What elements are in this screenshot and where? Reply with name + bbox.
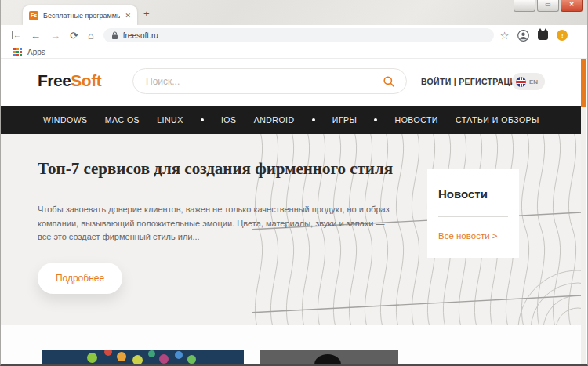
article-thumbnail-dark[interactable] xyxy=(260,350,398,364)
home-icon[interactable]: ⌂ xyxy=(88,31,94,41)
browser-window: Fs Бесплатные программы на Fre ✕ + — ▭ ✕… xyxy=(0,0,588,366)
close-icon: ✕ xyxy=(569,2,575,8)
minimize-icon: — xyxy=(521,2,528,8)
news-divider xyxy=(438,216,508,217)
bookmarks-bar: Apps xyxy=(1,45,587,59)
back-icon[interactable]: ← xyxy=(31,31,41,41)
new-tab-button[interactable]: + xyxy=(143,8,150,20)
news-widget-title: Новости xyxy=(438,187,508,201)
goto-start-icon[interactable]: ← xyxy=(12,31,21,39)
browser-toolbar: ← ← → ⟳ ⌂ freesoft.ru ☆ ! xyxy=(1,25,587,45)
search-box xyxy=(132,68,407,94)
tab-close-icon[interactable]: ✕ xyxy=(125,12,131,20)
article-excerpt: Чтобы завоевать доверие клиентов, важен … xyxy=(38,203,398,245)
search-input[interactable] xyxy=(144,75,383,88)
nav-item-articles[interactable]: СТАТЬИ И ОБЗОРЫ xyxy=(456,115,539,125)
article-thumbnail-map[interactable] xyxy=(42,350,244,364)
apps-grid-icon[interactable] xyxy=(13,48,22,56)
articles-row xyxy=(1,325,582,364)
auth-links: ВОЙТИ | РЕГИСТРАЦИЯ xyxy=(421,77,522,86)
page-scrollbar[interactable] xyxy=(581,59,586,364)
search-icon[interactable] xyxy=(383,75,395,88)
language-label: EN xyxy=(529,78,538,85)
nav-item-windows[interactable]: WINDOWS xyxy=(43,115,88,125)
scrollbar-thumb[interactable] xyxy=(581,59,586,107)
nav-separator-dot xyxy=(374,118,377,121)
all-news-link[interactable]: Все новости > xyxy=(438,231,508,241)
nav-item-android[interactable]: ANDROID xyxy=(254,115,295,125)
maximize-icon: ▭ xyxy=(545,2,551,8)
language-switcher[interactable]: EN xyxy=(512,73,545,90)
title-bar: Fs Бесплатные программы на Fre ✕ + — ▭ ✕ xyxy=(1,0,587,25)
minimize-button[interactable]: — xyxy=(514,0,535,12)
tab-title: Бесплатные программы на Fre xyxy=(43,12,120,20)
auth-divider: | xyxy=(454,77,456,86)
logo-soft: Soft xyxy=(71,71,101,89)
logo-free: Free xyxy=(38,71,71,89)
read-more-button[interactable]: Подробнее xyxy=(38,263,122,294)
close-button[interactable]: ✕ xyxy=(561,0,583,12)
nav-item-macos[interactable]: MAC OS xyxy=(105,115,140,125)
url-text: freesoft.ru xyxy=(123,31,158,40)
address-bar[interactable]: freesoft.ru xyxy=(103,28,494,42)
main-navigation: WINDOWS MAC OS LINUX IOS ANDROID ИГРЫ НО… xyxy=(1,106,582,134)
hero-section: Топ-7 сервисов для создания фирменного с… xyxy=(1,134,582,325)
bookmark-star-icon[interactable]: ☆ xyxy=(500,31,510,41)
window-controls: — ▭ ✕ xyxy=(514,0,583,12)
nav-item-ios[interactable]: IOS xyxy=(221,115,237,125)
browser-tab[interactable]: Fs Бесплатные программы на Fre ✕ xyxy=(23,5,137,25)
forward-icon[interactable]: → xyxy=(50,31,60,41)
uk-flag-icon xyxy=(516,77,526,87)
extension-icon[interactable] xyxy=(538,31,548,40)
news-widget: Новости Все новости > xyxy=(427,169,519,258)
site-header: FreeSoft ВОЙТИ | РЕГИСТРАЦИЯ EN xyxy=(1,59,582,106)
profile-icon[interactable] xyxy=(517,30,529,42)
lock-icon xyxy=(111,31,118,40)
nav-item-games[interactable]: ИГРЫ xyxy=(332,115,358,125)
nav-item-linux[interactable]: LINUX xyxy=(157,115,183,125)
login-link[interactable]: ВОЙТИ xyxy=(421,77,452,86)
reload-icon[interactable]: ⟳ xyxy=(70,31,78,41)
nav-item-news[interactable]: НОВОСТИ xyxy=(395,115,438,125)
site-logo[interactable]: FreeSoft xyxy=(38,71,101,90)
web-page: FreeSoft ВОЙТИ | РЕГИСТРАЦИЯ EN WINDOWS xyxy=(1,59,582,364)
notification-badge-icon[interactable]: ! xyxy=(557,30,568,41)
apps-label[interactable]: Apps xyxy=(27,48,45,56)
nav-separator-dot xyxy=(312,118,315,121)
maximize-button[interactable]: ▭ xyxy=(537,0,559,12)
tab-favicon-icon: Fs xyxy=(29,11,38,20)
toolbar-right: ☆ ! xyxy=(500,30,568,42)
nav-separator-dot xyxy=(201,118,204,121)
article-title[interactable]: Топ-7 сервисов для создания фирменного с… xyxy=(38,159,393,179)
